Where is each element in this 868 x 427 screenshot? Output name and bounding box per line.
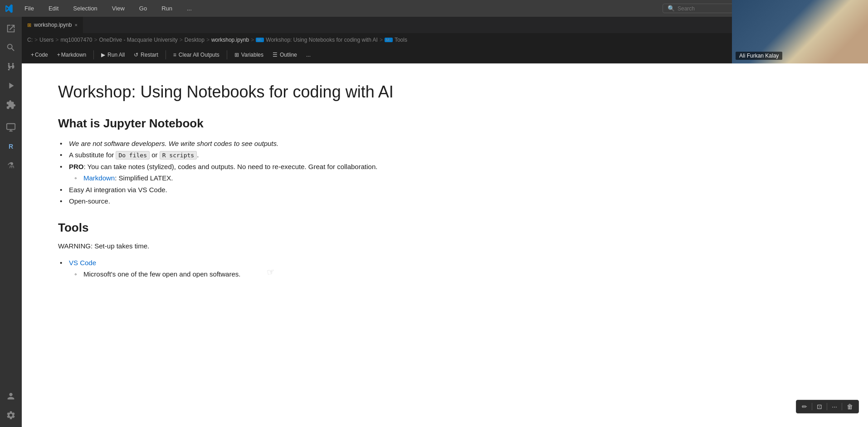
bc-workshop-title: Workshop: Using Notebooks for coding wit… <box>266 37 378 43</box>
notebook-main-title: Workshop: Using Notebooks for coding wit… <box>58 82 841 103</box>
split-cell-button[interactable]: ⊡ <box>815 402 824 411</box>
activity-explorer-icon[interactable] <box>2 19 20 38</box>
markdown-link[interactable]: Markdown <box>83 174 115 182</box>
activity-settings-icon[interactable] <box>2 406 20 424</box>
list-item-2-suffix: . <box>197 151 199 159</box>
variables-button[interactable]: ⊞ Variables <box>231 50 267 60</box>
main-layout: R ⚗ ⊞ workshop.ipynb × C: > Users > mq10… <box>0 17 868 427</box>
titlebar-left: File Edit Selection View Go Run ... <box>4 3 663 14</box>
activity-run-debug-icon[interactable] <box>2 77 20 95</box>
activity-remote-icon[interactable] <box>2 118 20 136</box>
tab-label: workshop.ipynb <box>34 22 72 28</box>
cell-action-toolbar: ✏ ⊡ ··· 🗑 <box>796 400 859 413</box>
outline-icon: ☰ <box>273 52 278 58</box>
jupyter-bullet-list: We are not software developers. We write… <box>67 138 841 207</box>
outline-button[interactable]: ☰ Outline <box>269 50 301 60</box>
bc-badge-2: M↓ <box>385 38 393 42</box>
r-scripts-code: R scripts <box>160 151 197 160</box>
edit-cell-button[interactable]: ✏ <box>800 402 809 411</box>
plus-icon-2: + <box>57 52 60 58</box>
sub-item-text: : Simplified LATEX. <box>115 174 173 182</box>
bc-filename: workshop.ipynb <box>211 37 249 43</box>
bc-sep-2: > <box>55 37 59 43</box>
section-jupyter-heading: What is Jupyter Notebook <box>58 116 841 131</box>
sub-bullet-markdown: Markdown: Simplified LATEX. <box>80 172 841 184</box>
menu-go[interactable]: Go <box>136 3 151 14</box>
menu-run[interactable]: Run <box>158 3 176 14</box>
more-toolbar-button[interactable]: ... <box>302 50 314 60</box>
list-item-5: Open-source. <box>67 195 841 207</box>
add-code-button[interactable]: + Code <box>27 50 52 60</box>
bc-tools: Tools <box>395 37 407 43</box>
bc-badge-1: M↓ <box>256 38 264 42</box>
bc-sep-1: > <box>34 37 38 43</box>
warning-text: WARNING: Set-up takes time. <box>58 242 841 250</box>
svg-rect-0 <box>7 124 15 130</box>
pro-label: PRO <box>69 163 84 170</box>
bc-sep-5: > <box>206 37 210 43</box>
list-item-2-prefix: A substitute for <box>69 151 116 159</box>
clear-all-button[interactable]: ≡ Clear All Outputs <box>170 50 223 60</box>
bc-sep-3: > <box>94 37 97 43</box>
vscode-logo-icon <box>4 4 14 14</box>
restart-icon: ↺ <box>134 52 138 58</box>
bc-sep-7: > <box>380 37 383 43</box>
bc-sep-6: > <box>251 37 254 43</box>
video-overlay: Ali Furkan Kalay <box>732 0 868 63</box>
list-item-3: PRO: You can take notes (stylized), code… <box>67 161 841 184</box>
toolbar-separator-2 <box>166 50 166 59</box>
list-item-2-mid: or <box>150 151 160 159</box>
tools-bullet-list: VS Code Microsoft's one of the few open … <box>67 257 841 280</box>
restart-button[interactable]: ↺ Restart <box>130 50 162 60</box>
menu-more[interactable]: ... <box>183 3 195 14</box>
clear-icon: ≡ <box>173 52 176 58</box>
tab-workshop[interactable]: ⊞ workshop.ipynb × <box>22 17 83 33</box>
toolbar-separator-3 <box>227 50 227 59</box>
add-markdown-button[interactable]: + Markdown <box>54 50 90 60</box>
add-code-label: Code <box>35 52 48 58</box>
tab-notebook-icon: ⊞ <box>27 22 31 28</box>
cell-action-sep-3 <box>842 403 842 410</box>
list-item-1-text: We are not software developers. We write… <box>69 140 278 147</box>
activity-search-icon[interactable] <box>2 39 20 57</box>
bc-sep-4: > <box>180 37 183 43</box>
menu-selection[interactable]: Selection <box>69 3 101 14</box>
cell-action-sep-2 <box>827 403 827 410</box>
bc-onedrive: OneDrive - Macquarie University <box>99 37 177 43</box>
vscode-link[interactable]: VS Code <box>69 259 96 267</box>
toolbar-separator-1 <box>93 50 94 59</box>
delete-cell-button[interactable]: 🗑 <box>845 402 855 411</box>
variables-icon: ⊞ <box>234 52 239 58</box>
video-name-badge: Ali Furkan Kalay <box>736 52 782 60</box>
bc-username: mq10007470 <box>60 37 92 43</box>
list-item-2: A substitute for Do files or R scripts. <box>67 149 841 161</box>
section-tools-heading: Tools <box>58 221 841 235</box>
tools-section: Tools WARNING: Set-up takes time. VS Cod… <box>58 221 841 280</box>
list-item-4: Easy AI integration via VS Code. <box>67 184 841 196</box>
bc-drive: C: <box>27 37 33 43</box>
vscode-sub-list: Microsoft's one of the few open and open… <box>80 268 841 280</box>
menu-file[interactable]: File <box>21 3 38 14</box>
cell-action-sep-1 <box>812 403 812 410</box>
menu-edit[interactable]: Edit <box>45 3 62 14</box>
add-markdown-label: Markdown <box>61 52 86 58</box>
activity-extensions-icon[interactable] <box>2 96 20 114</box>
notebook-content: Workshop: Using Notebooks for coding wit… <box>22 63 868 427</box>
search-icon: 🔍 <box>668 5 675 12</box>
tools-vscode-item: VS Code Microsoft's one of the few open … <box>67 257 841 280</box>
more-cell-button[interactable]: ··· <box>830 402 839 411</box>
tab-close-button[interactable]: × <box>74 22 77 28</box>
list-item-1: We are not software developers. We write… <box>67 138 841 150</box>
menu-view[interactable]: View <box>108 3 128 14</box>
activity-chemistry-icon[interactable]: ⚗ <box>2 156 20 175</box>
do-files-code: Do files <box>116 151 150 160</box>
sub-item-markdown: Markdown: Simplified LATEX. <box>80 172 841 184</box>
run-all-button[interactable]: ▶ Run All <box>98 50 128 60</box>
activity-r-icon[interactable]: R <box>2 137 20 155</box>
activity-bar: R ⚗ <box>0 17 22 427</box>
bc-desktop: Desktop <box>185 37 205 43</box>
bc-users: Users <box>39 37 54 43</box>
activity-account-icon[interactable] <box>2 387 20 405</box>
activity-source-control-icon[interactable] <box>2 58 20 76</box>
run-icon: ▶ <box>101 52 105 58</box>
